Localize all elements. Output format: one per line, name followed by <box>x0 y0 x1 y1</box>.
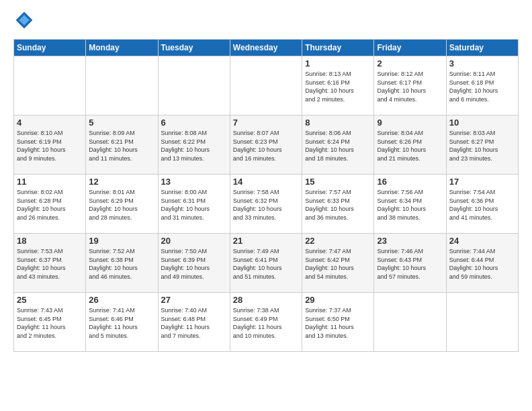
day-info: Sunrise: 7:38 AM Sunset: 6:49 PM Dayligh… <box>233 306 299 340</box>
day-info: Sunrise: 7:47 AM Sunset: 6:42 PM Dayligh… <box>305 247 371 281</box>
day-number: 29 <box>305 295 371 305</box>
day-number: 6 <box>161 118 227 128</box>
calendar-cell: 20Sunrise: 7:50 AM Sunset: 6:39 PM Dayli… <box>158 234 230 293</box>
calendar-cell: 1Sunrise: 8:13 AM Sunset: 6:16 PM Daylig… <box>302 56 374 116</box>
day-number: 12 <box>89 177 154 187</box>
page: SundayMondayTuesdayWednesdayThursdayFrid… <box>0 0 532 359</box>
day-number: 28 <box>233 295 299 305</box>
day-number: 8 <box>305 118 371 128</box>
calendar-cell <box>86 56 158 116</box>
day-number: 16 <box>377 177 443 187</box>
day-info: Sunrise: 8:01 AM Sunset: 6:29 PM Dayligh… <box>89 188 154 222</box>
day-info: Sunrise: 7:50 AM Sunset: 6:39 PM Dayligh… <box>161 247 227 281</box>
day-number: 10 <box>449 118 515 128</box>
day-info: Sunrise: 8:03 AM Sunset: 6:27 PM Dayligh… <box>449 129 515 163</box>
day-info: Sunrise: 8:11 AM Sunset: 6:18 PM Dayligh… <box>449 70 515 103</box>
day-number: 27 <box>161 295 227 305</box>
calendar-cell: 3Sunrise: 8:11 AM Sunset: 6:18 PM Daylig… <box>446 56 518 116</box>
calendar-cell: 22Sunrise: 7:47 AM Sunset: 6:42 PM Dayli… <box>302 234 374 293</box>
day-number: 5 <box>89 118 154 128</box>
calendar-cell: 14Sunrise: 7:58 AM Sunset: 6:32 PM Dayli… <box>230 175 302 234</box>
day-info: Sunrise: 8:12 AM Sunset: 6:17 PM Dayligh… <box>377 70 443 103</box>
calendar-cell: 9Sunrise: 8:04 AM Sunset: 6:26 PM Daylig… <box>374 116 446 175</box>
day-number: 7 <box>233 118 299 128</box>
calendar-cell: 19Sunrise: 7:52 AM Sunset: 6:38 PM Dayli… <box>86 234 158 293</box>
day-info: Sunrise: 7:40 AM Sunset: 6:48 PM Dayligh… <box>161 306 227 340</box>
calendar-cell: 24Sunrise: 7:44 AM Sunset: 6:44 PM Dayli… <box>446 234 518 293</box>
calendar-cell: 13Sunrise: 8:00 AM Sunset: 6:31 PM Dayli… <box>158 175 230 234</box>
day-info: Sunrise: 7:54 AM Sunset: 6:36 PM Dayligh… <box>449 188 515 222</box>
day-number: 20 <box>161 236 227 246</box>
day-info: Sunrise: 7:44 AM Sunset: 6:44 PM Dayligh… <box>449 247 515 281</box>
day-number: 19 <box>89 236 154 246</box>
logo <box>13 11 34 32</box>
calendar-cell: 4Sunrise: 8:10 AM Sunset: 6:19 PM Daylig… <box>14 116 86 175</box>
calendar-week-3: 18Sunrise: 7:53 AM Sunset: 6:37 PM Dayli… <box>14 234 519 293</box>
calendar-cell: 16Sunrise: 7:56 AM Sunset: 6:34 PM Dayli… <box>374 175 446 234</box>
calendar-week-4: 25Sunrise: 7:43 AM Sunset: 6:45 PM Dayli… <box>14 293 519 352</box>
header-sunday: Sunday <box>14 40 86 56</box>
day-number: 23 <box>377 236 443 246</box>
day-number: 24 <box>449 236 515 246</box>
calendar-cell: 25Sunrise: 7:43 AM Sunset: 6:45 PM Dayli… <box>14 293 86 352</box>
day-info: Sunrise: 8:04 AM Sunset: 6:26 PM Dayligh… <box>377 129 443 163</box>
day-number: 1 <box>305 58 371 68</box>
day-info: Sunrise: 7:52 AM Sunset: 6:38 PM Dayligh… <box>89 247 154 281</box>
calendar-week-1: 4Sunrise: 8:10 AM Sunset: 6:19 PM Daylig… <box>14 116 519 175</box>
day-info: Sunrise: 7:49 AM Sunset: 6:41 PM Dayligh… <box>233 247 299 281</box>
calendar-cell: 28Sunrise: 7:38 AM Sunset: 6:49 PM Dayli… <box>230 293 302 352</box>
day-number: 26 <box>89 295 154 305</box>
calendar-cell <box>446 293 518 352</box>
day-info: Sunrise: 7:56 AM Sunset: 6:34 PM Dayligh… <box>377 188 443 222</box>
logo-icon <box>15 11 34 30</box>
calendar-cell: 6Sunrise: 8:08 AM Sunset: 6:22 PM Daylig… <box>158 116 230 175</box>
calendar-cell <box>158 56 230 116</box>
calendar-cell: 8Sunrise: 8:06 AM Sunset: 6:24 PM Daylig… <box>302 116 374 175</box>
calendar-cell: 23Sunrise: 7:46 AM Sunset: 6:43 PM Dayli… <box>374 234 446 293</box>
calendar-table: SundayMondayTuesdayWednesdayThursdayFrid… <box>13 39 519 352</box>
day-info: Sunrise: 8:08 AM Sunset: 6:22 PM Dayligh… <box>161 129 227 163</box>
calendar-header-row: SundayMondayTuesdayWednesdayThursdayFrid… <box>14 40 519 56</box>
header <box>13 11 519 32</box>
day-number: 17 <box>449 177 515 187</box>
calendar-cell: 5Sunrise: 8:09 AM Sunset: 6:21 PM Daylig… <box>86 116 158 175</box>
calendar-cell: 18Sunrise: 7:53 AM Sunset: 6:37 PM Dayli… <box>14 234 86 293</box>
day-number: 25 <box>17 295 83 305</box>
day-number: 13 <box>161 177 227 187</box>
header-friday: Friday <box>374 40 446 56</box>
calendar-cell: 12Sunrise: 8:01 AM Sunset: 6:29 PM Dayli… <box>86 175 158 234</box>
day-info: Sunrise: 8:07 AM Sunset: 6:23 PM Dayligh… <box>233 129 299 163</box>
day-info: Sunrise: 7:53 AM Sunset: 6:37 PM Dayligh… <box>17 247 83 281</box>
calendar-cell <box>230 56 302 116</box>
calendar-cell: 21Sunrise: 7:49 AM Sunset: 6:41 PM Dayli… <box>230 234 302 293</box>
day-number: 15 <box>305 177 371 187</box>
day-info: Sunrise: 7:41 AM Sunset: 6:46 PM Dayligh… <box>89 306 154 340</box>
day-info: Sunrise: 8:06 AM Sunset: 6:24 PM Dayligh… <box>305 129 371 163</box>
calendar-cell: 10Sunrise: 8:03 AM Sunset: 6:27 PM Dayli… <box>446 116 518 175</box>
calendar-cell <box>374 293 446 352</box>
day-number: 9 <box>377 118 443 128</box>
day-info: Sunrise: 8:13 AM Sunset: 6:16 PM Dayligh… <box>305 70 371 103</box>
day-info: Sunrise: 7:43 AM Sunset: 6:45 PM Dayligh… <box>17 306 83 340</box>
calendar-week-0: 1Sunrise: 8:13 AM Sunset: 6:16 PM Daylig… <box>14 56 519 116</box>
day-info: Sunrise: 7:46 AM Sunset: 6:43 PM Dayligh… <box>377 247 443 281</box>
calendar-cell: 15Sunrise: 7:57 AM Sunset: 6:33 PM Dayli… <box>302 175 374 234</box>
day-number: 2 <box>377 58 443 68</box>
calendar-cell: 26Sunrise: 7:41 AM Sunset: 6:46 PM Dayli… <box>86 293 158 352</box>
day-number: 4 <box>17 118 83 128</box>
calendar-cell: 2Sunrise: 8:12 AM Sunset: 6:17 PM Daylig… <box>374 56 446 116</box>
header-saturday: Saturday <box>446 40 518 56</box>
day-number: 22 <box>305 236 371 246</box>
header-tuesday: Tuesday <box>158 40 230 56</box>
day-number: 14 <box>233 177 299 187</box>
day-info: Sunrise: 8:10 AM Sunset: 6:19 PM Dayligh… <box>17 129 83 163</box>
header-monday: Monday <box>86 40 158 56</box>
header-thursday: Thursday <box>302 40 374 56</box>
calendar-cell <box>14 56 86 116</box>
calendar-cell: 11Sunrise: 8:02 AM Sunset: 6:28 PM Dayli… <box>14 175 86 234</box>
day-info: Sunrise: 7:58 AM Sunset: 6:32 PM Dayligh… <box>233 188 299 222</box>
day-number: 11 <box>17 177 83 187</box>
calendar-cell: 29Sunrise: 7:37 AM Sunset: 6:50 PM Dayli… <box>302 293 374 352</box>
day-info: Sunrise: 8:09 AM Sunset: 6:21 PM Dayligh… <box>89 129 154 163</box>
day-info: Sunrise: 7:57 AM Sunset: 6:33 PM Dayligh… <box>305 188 371 222</box>
